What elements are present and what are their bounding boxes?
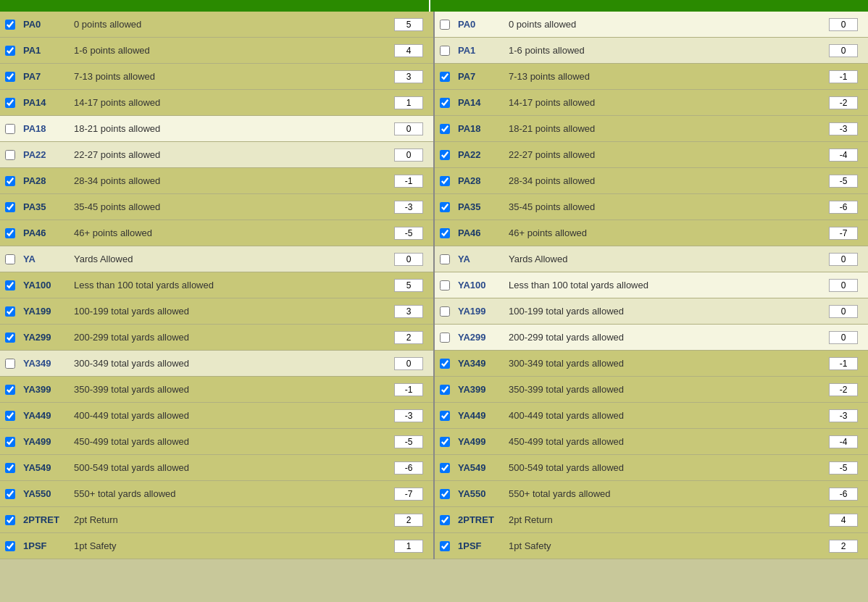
row-value-cell [825, 406, 861, 425]
row-value-cell [390, 15, 426, 34]
row-checkbox[interactable] [440, 124, 450, 134]
row-value-cell [390, 354, 426, 373]
row-value-input[interactable] [829, 253, 858, 266]
table-row: YA550550+ total yards allowed [0, 481, 433, 507]
row-value-input[interactable] [394, 305, 423, 318]
row-checkbox[interactable] [5, 385, 15, 395]
table-row: YA199100-199 total yards allowed [0, 298, 433, 325]
row-value-input[interactable] [394, 357, 423, 370]
row-checkbox[interactable] [440, 359, 450, 369]
row-value-input[interactable] [394, 331, 423, 344]
row-checkbox[interactable] [5, 306, 15, 317]
row-value-input[interactable] [394, 279, 423, 292]
row-checkbox-cell [435, 461, 455, 475]
row-checkbox[interactable] [440, 72, 450, 82]
row-desc: 450-499 total yards allowed [71, 433, 390, 450]
row-checkbox[interactable] [5, 280, 15, 290]
row-checkbox[interactable] [5, 150, 15, 160]
row-value-input[interactable] [829, 201, 858, 214]
row-value-input[interactable] [829, 18, 858, 31]
row-checkbox[interactable] [440, 515, 450, 525]
row-value-input[interactable] [394, 253, 423, 266]
row-value-input[interactable] [394, 514, 423, 527]
row-value-input[interactable] [829, 409, 858, 422]
row-checkbox[interactable] [5, 72, 15, 82]
row-checkbox[interactable] [440, 489, 450, 499]
row-value-input[interactable] [829, 357, 858, 370]
row-value-input[interactable] [829, 279, 858, 292]
row-checkbox[interactable] [5, 20, 15, 30]
row-checkbox[interactable] [440, 333, 450, 343]
row-value-input[interactable] [394, 435, 423, 448]
row-checkbox[interactable] [5, 489, 15, 499]
row-value-input[interactable] [394, 540, 423, 553]
row-value-input[interactable] [829, 540, 858, 553]
row-checkbox[interactable] [5, 202, 15, 212]
row-code: PA35 [20, 198, 71, 215]
row-checkbox[interactable] [440, 202, 450, 212]
row-value-input[interactable] [829, 461, 858, 475]
row-checkbox[interactable] [5, 176, 15, 186]
row-checkbox[interactable] [5, 98, 15, 108]
row-checkbox[interactable] [440, 437, 450, 447]
row-checkbox[interactable] [440, 254, 450, 264]
row-desc: 14-17 points allowed [71, 94, 390, 111]
row-value-input[interactable] [829, 70, 858, 83]
row-checkbox[interactable] [5, 228, 15, 238]
table-row: PA4646+ points allowed [0, 220, 433, 246]
row-checkbox[interactable] [440, 46, 450, 56]
row-value-input[interactable] [829, 383, 858, 396]
row-value-input[interactable] [829, 175, 858, 188]
row-value-input[interactable] [394, 122, 423, 135]
row-checkbox[interactable] [5, 437, 15, 447]
row-value-input[interactable] [394, 409, 423, 422]
row-value-cell [825, 511, 861, 530]
row-checkbox[interactable] [5, 333, 15, 343]
row-value-cell [825, 537, 861, 556]
row-checkbox[interactable] [5, 541, 15, 551]
row-value-input[interactable] [394, 18, 423, 31]
row-checkbox[interactable] [440, 306, 450, 317]
row-checkbox[interactable] [5, 359, 15, 369]
row-value-input[interactable] [394, 201, 423, 214]
row-value-input[interactable] [829, 514, 858, 527]
row-value-input[interactable] [829, 435, 858, 448]
row-value-input[interactable] [394, 96, 423, 109]
row-checkbox[interactable] [440, 385, 450, 395]
row-value-input[interactable] [829, 331, 858, 344]
row-checkbox[interactable] [5, 254, 15, 264]
row-value-input[interactable] [394, 70, 423, 83]
row-value-input[interactable] [829, 96, 858, 109]
row-value-input[interactable] [829, 149, 858, 162]
row-value-input[interactable] [394, 149, 423, 162]
row-checkbox[interactable] [440, 463, 450, 473]
row-value-input[interactable] [829, 122, 858, 135]
row-value-input[interactable] [394, 175, 423, 188]
row-value-input[interactable] [394, 488, 423, 501]
row-checkbox[interactable] [5, 515, 15, 525]
row-value-cell [825, 146, 861, 164]
row-checkbox[interactable] [440, 541, 450, 551]
row-value-input[interactable] [394, 227, 423, 240]
row-value-input[interactable] [829, 227, 858, 240]
row-value-input[interactable] [394, 383, 423, 396]
table-row: PA77-13 points allowed [0, 64, 433, 90]
row-checkbox[interactable] [440, 411, 450, 421]
row-code: YA550 [20, 485, 71, 502]
row-value-input[interactable] [829, 488, 858, 501]
row-value-input[interactable] [829, 44, 858, 57]
row-checkbox[interactable] [440, 98, 450, 108]
row-checkbox[interactable] [440, 176, 450, 186]
row-checkbox[interactable] [5, 124, 15, 134]
row-checkbox[interactable] [440, 150, 450, 160]
row-desc: 350-399 total yards allowed [71, 381, 390, 398]
row-checkbox[interactable] [5, 411, 15, 421]
row-value-input[interactable] [829, 305, 858, 318]
row-checkbox[interactable] [440, 20, 450, 30]
row-value-input[interactable] [394, 461, 423, 475]
row-value-input[interactable] [394, 44, 423, 57]
row-checkbox[interactable] [5, 463, 15, 473]
row-checkbox[interactable] [440, 280, 450, 290]
row-checkbox[interactable] [5, 46, 15, 56]
row-checkbox[interactable] [440, 228, 450, 238]
